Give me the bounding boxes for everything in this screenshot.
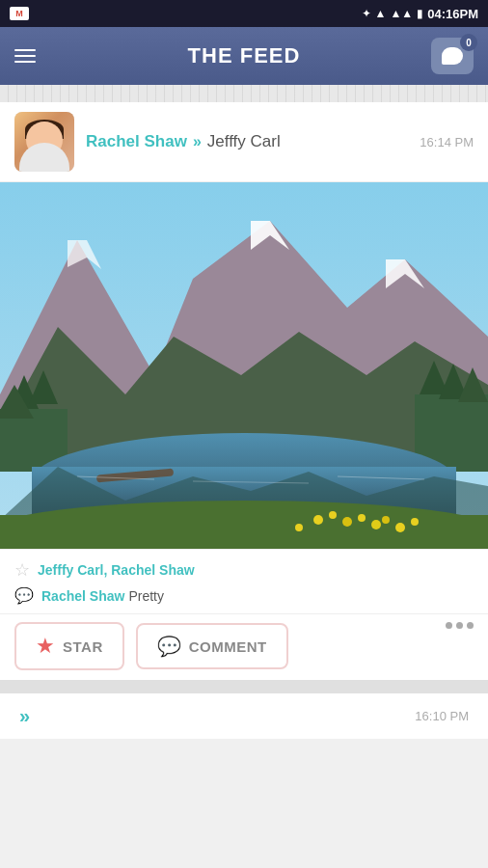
signal-icon: ✦ — [362, 7, 371, 20]
bottom-row: » 16:10 PM — [0, 693, 488, 739]
status-bar-left: M — [10, 7, 29, 20]
post-recipient[interactable]: Jefffy Carl — [207, 132, 281, 151]
separator-wave — [0, 680, 488, 693]
hamburger-line-3 — [14, 61, 36, 63]
star-button-label: STAR — [63, 638, 103, 655]
more-options-button[interactable] — [446, 622, 474, 629]
svg-point-24 — [295, 524, 303, 531]
svg-point-20 — [329, 511, 337, 519]
app-header: THE FEED 0 — [0, 27, 488, 85]
star-button[interactable]: ★ STAR — [14, 622, 124, 670]
stars-row: ☆ Jefffy Carl, Rachel Shaw — [14, 559, 474, 581]
post-direction-arrow: » — [193, 133, 202, 150]
svg-point-25 — [382, 516, 390, 524]
dot-1 — [446, 622, 452, 629]
post-username[interactable]: Rachel Shaw — [86, 132, 187, 151]
dot-2 — [456, 622, 463, 629]
post-card: Rachel Shaw » Jefffy Carl 16:14 PM — [0, 102, 488, 680]
status-time: 04:16PM — [427, 7, 478, 21]
post-header: Rachel Shaw » Jefffy Carl 16:14 PM — [0, 102, 488, 182]
comment-bubble-icon: 💬 — [14, 586, 34, 605]
comment-text: Pretty — [128, 588, 164, 604]
comment-username[interactable]: Rachel Shaw — [41, 588, 124, 604]
comment-action-icon: 💬 — [157, 635, 181, 658]
header-wave-separator — [0, 85, 488, 102]
svg-point-26 — [395, 523, 405, 532]
badge-count: 0 — [460, 34, 477, 51]
gmail-icon: M — [10, 7, 29, 20]
mountain-scene-svg — [0, 182, 488, 549]
wifi-icon: ▲ — [375, 7, 387, 20]
svg-point-23 — [371, 520, 381, 529]
post-user-info: Rachel Shaw » Jefffy Carl 16:14 PM — [86, 132, 474, 151]
comment-row: 💬 Rachel Shaw Pretty — [14, 586, 474, 605]
battery-icon: ▮ — [417, 7, 423, 20]
feed-container: Rachel Shaw » Jefffy Carl 16:14 PM — [0, 102, 488, 739]
post-interactions: ☆ Jefffy Carl, Rachel Shaw 💬 Rachel Shaw… — [0, 549, 488, 613]
avatar-placeholder — [14, 112, 74, 172]
svg-point-22 — [358, 514, 366, 522]
star-icon: ☆ — [14, 559, 30, 581]
starred-users: Jefffy Carl, Rachel Shaw — [38, 562, 195, 578]
bottom-time: 16:10 PM — [415, 709, 469, 723]
avatar — [14, 112, 74, 172]
hamburger-line-1 — [14, 49, 36, 51]
status-bar: M ✦ ▲ ▲▲ ▮ 04:16PM — [0, 0, 488, 27]
chat-bubble-icon — [442, 47, 463, 65]
comment-button[interactable]: 💬 COMMENT — [136, 623, 288, 669]
forward-arrows-icon[interactable]: » — [19, 705, 30, 727]
hamburger-menu-button[interactable] — [14, 49, 36, 63]
star-action-icon: ★ — [36, 634, 55, 659]
status-bar-right: ✦ ▲ ▲▲ ▮ 04:16PM — [362, 7, 478, 21]
svg-point-19 — [313, 515, 323, 525]
comment-button-label: COMMENT — [189, 638, 267, 655]
svg-point-27 — [411, 518, 419, 526]
svg-point-21 — [342, 517, 352, 527]
post-time: 16:14 PM — [420, 135, 474, 149]
page-title: THE FEED — [188, 43, 301, 68]
action-bar: ★ STAR 💬 COMMENT — [0, 613, 488, 680]
hamburger-line-2 — [14, 55, 36, 57]
post-image — [0, 182, 488, 549]
network-icon: ▲▲ — [390, 7, 413, 20]
chat-button[interactable]: 0 — [431, 38, 474, 74]
chat-button-container[interactable]: 0 — [431, 38, 474, 74]
dot-3 — [467, 622, 474, 629]
